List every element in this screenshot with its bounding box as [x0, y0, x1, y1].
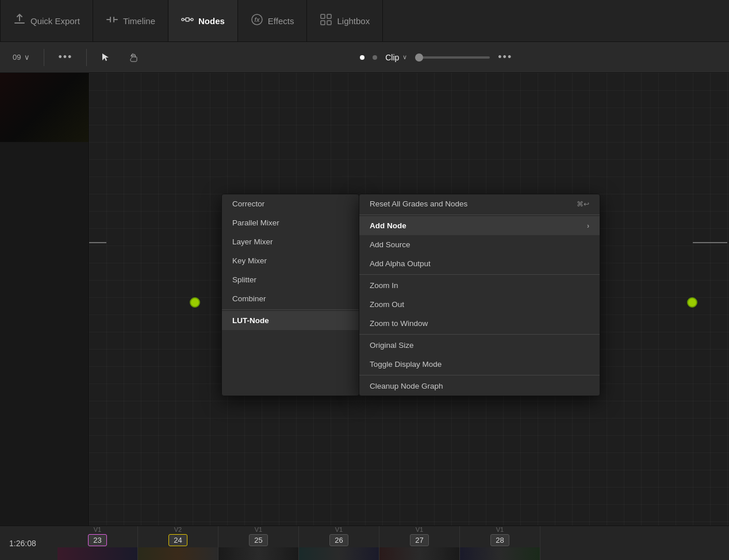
clip-thumb-27 — [379, 547, 459, 560]
nav-effects-label: Effects — [268, 16, 294, 26]
track-label-v1-23: V1 — [94, 526, 101, 533]
nav-lightbox-label: Lightbox — [337, 16, 370, 26]
svg-point-3 — [191, 18, 193, 21]
nav-quick-export[interactable]: Quick Export — [0, 0, 93, 41]
menu-original-size[interactable]: Original Size — [359, 336, 600, 355]
svg-rect-1 — [186, 18, 189, 21]
main-area: Corrector Parallel Mixer Layer Mixer Key… — [0, 73, 729, 526]
hand-tool[interactable] — [122, 50, 144, 65]
context-menu-wrapper: Corrector Parallel Mixer Layer Mixer Key… — [221, 194, 600, 396]
timeline-clip-23[interactable]: V1 23 — [57, 526, 138, 560]
divider-after-display — [359, 375, 600, 375]
reset-shortcut: ⌘↩ — [577, 200, 589, 208]
context-menu-left: Corrector Parallel Mixer Layer Mixer Key… — [221, 194, 359, 396]
lightbox-icon — [320, 13, 332, 29]
svg-rect-10 — [321, 21, 325, 25]
node-connector-left — [190, 297, 200, 308]
menu-toggle-display[interactable]: Toggle Display Mode — [359, 355, 600, 374]
clip-slider-handle — [415, 53, 423, 62]
menu-lut-node[interactable]: LUT-Node — [222, 311, 359, 330]
toolbar-clip-area: Clip ∨ ••• — [150, 51, 722, 63]
nav-lightbox[interactable]: Lightbox — [307, 0, 383, 41]
timeline-clip-28[interactable]: V1 28 — [460, 526, 540, 560]
clip-number-24: 24 — [168, 534, 187, 546]
timeline-bar: 1:26:08 V1 23 V2 24 V1 25 V1 26 V1 27 — [0, 526, 729, 560]
toolbar-dropdown-value: 09 — [13, 53, 21, 62]
toolbar-divider-2 — [86, 49, 87, 66]
menu-cleanup-node[interactable]: Cleanup Node Graph — [359, 377, 600, 396]
menu-zoom-to-window[interactable]: Zoom to Window — [359, 314, 600, 333]
divider-after-add — [359, 274, 600, 275]
menu-combiner[interactable]: Combiner — [222, 289, 359, 308]
clip-number-28: 28 — [490, 534, 509, 546]
nav-nodes[interactable]: Nodes — [168, 0, 238, 41]
effects-icon: fx — [251, 13, 263, 29]
menu-corrector[interactable]: Corrector — [222, 194, 359, 213]
cursor-tool[interactable] — [95, 50, 117, 65]
track-label-v1-28: V1 — [496, 526, 504, 533]
clip-thumb-24 — [138, 547, 218, 560]
svg-rect-0 — [14, 22, 25, 24]
svg-rect-11 — [327, 21, 331, 25]
timeline-clip-27[interactable]: V1 27 — [379, 526, 460, 560]
menu-zoom-in[interactable]: Zoom In — [359, 276, 600, 295]
menu-divider-lut — [222, 309, 359, 310]
timeline-clip-26[interactable]: V1 26 — [299, 526, 379, 560]
toolbar-more-btn[interactable]: ••• — [52, 49, 78, 66]
add-node-arrow: › — [587, 222, 589, 230]
divider-after-zoom — [359, 334, 600, 335]
nav-timeline[interactable]: Timeline — [93, 0, 168, 41]
svg-rect-8 — [321, 14, 325, 18]
nav-effects[interactable]: fx Effects — [238, 0, 308, 41]
timeline-clip-25[interactable]: V1 25 — [218, 526, 299, 560]
menu-reset-all[interactable]: Reset All Grades and Nodes ⌘↩ — [359, 194, 600, 213]
menu-add-node[interactable]: Add Node › — [359, 216, 600, 235]
menu-zoom-out[interactable]: Zoom Out — [359, 295, 600, 314]
svg-rect-9 — [327, 14, 331, 18]
menu-layer-mixer[interactable]: Layer Mixer — [222, 232, 359, 251]
menu-add-alpha-output[interactable]: Add Alpha Output — [359, 254, 600, 273]
clip-number-25: 25 — [249, 534, 267, 546]
thumbnail-image — [0, 73, 89, 142]
clip-dropdown[interactable]: Clip ∨ — [385, 53, 407, 62]
menu-splitter[interactable]: Splitter — [222, 270, 359, 289]
svg-point-2 — [182, 18, 184, 21]
toolbar-right-more[interactable]: ••• — [498, 51, 512, 63]
clip-slider[interactable] — [415, 56, 490, 59]
clip-thumb-26 — [299, 547, 379, 560]
clip-thumb-25 — [218, 547, 298, 560]
timeline-icon — [106, 13, 118, 29]
nav-nodes-label: Nodes — [198, 16, 225, 26]
clip-number-23: 23 — [88, 534, 106, 546]
clip-number-27: 27 — [410, 534, 428, 546]
clip-number-26: 26 — [329, 534, 348, 546]
nav-quick-export-label: Quick Export — [30, 16, 80, 26]
node-canvas[interactable]: Corrector Parallel Mixer Layer Mixer Key… — [89, 73, 729, 526]
toolbar-divider-1 — [44, 49, 44, 66]
menu-add-source[interactable]: Add Source — [359, 235, 600, 254]
nav-timeline-label: Timeline — [123, 16, 155, 26]
toolbar-dropdown[interactable]: 09 ∨ — [7, 51, 36, 64]
quick-export-icon — [13, 13, 26, 29]
timeline-clip-24[interactable]: V2 24 — [138, 526, 218, 560]
svg-text:fx: fx — [254, 17, 259, 23]
dot-active — [360, 55, 364, 60]
menu-key-mixer[interactable]: Key Mixer — [222, 251, 359, 270]
left-panel — [0, 73, 89, 526]
top-nav: Quick Export Timeline Nodes fx — [0, 0, 729, 42]
track-label-v1-27: V1 — [416, 526, 423, 533]
toolbar: 09 ∨ ••• Clip ∨ ••• — [0, 42, 729, 73]
node-connector-right — [687, 297, 697, 308]
track-label-v2-24: V2 — [174, 526, 182, 533]
toolbar-dropdown-arrow: ∨ — [24, 53, 30, 62]
timecode: 1:26:08 — [0, 539, 57, 548]
clip-dropdown-arrow: ∨ — [402, 53, 407, 61]
timeline-clips: V1 23 V2 24 V1 25 V1 26 V1 27 V1 28 — [57, 526, 729, 560]
clip-thumb-23 — [57, 547, 137, 560]
menu-parallel-mixer[interactable]: Parallel Mixer — [222, 213, 359, 232]
track-label-v1-26: V1 — [335, 526, 343, 533]
dot-dim — [373, 55, 377, 60]
nodes-icon — [181, 13, 194, 29]
thumbnail-area — [0, 73, 89, 142]
divider-after-reset — [359, 214, 600, 215]
